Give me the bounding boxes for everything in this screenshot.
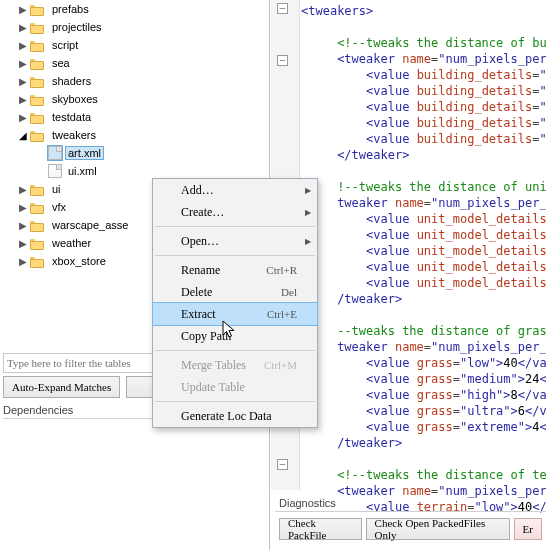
menu-add[interactable]: Add… bbox=[153, 179, 317, 201]
menu-create[interactable]: Create… bbox=[153, 201, 317, 223]
error-button[interactable]: Er bbox=[514, 518, 542, 540]
folder-icon bbox=[30, 75, 46, 88]
folder-icon bbox=[30, 219, 46, 232]
menu-open[interactable]: Open… bbox=[153, 230, 317, 252]
expand-icon[interactable]: ▶ bbox=[16, 220, 30, 231]
expand-icon[interactable]: ▶ bbox=[16, 40, 30, 51]
auto-expand-button[interactable]: Auto-Expand Matches bbox=[3, 376, 120, 398]
check-packfile-button[interactable]: Check PackFile bbox=[279, 518, 362, 540]
folder-icon bbox=[30, 57, 46, 70]
expand-icon[interactable]: ▶ bbox=[16, 76, 30, 87]
context-menu[interactable]: Add… Create… Open… RenameCtrl+R DeleteDe… bbox=[152, 178, 318, 428]
menu-copy-path[interactable]: Copy Path bbox=[153, 325, 317, 347]
tree-item[interactable]: ◢tweakers bbox=[0, 126, 262, 144]
fold-icon[interactable]: – bbox=[277, 3, 288, 14]
folder-icon bbox=[30, 255, 46, 268]
expand-icon[interactable]: ▶ bbox=[16, 184, 30, 195]
tree-item[interactable]: ▶testdata bbox=[0, 108, 262, 126]
menu-separator bbox=[155, 255, 315, 256]
folder-icon bbox=[30, 93, 46, 106]
folder-icon bbox=[30, 201, 46, 214]
expand-icon[interactable]: ▶ bbox=[16, 4, 30, 15]
tree-item-selected[interactable]: art.xml bbox=[0, 144, 262, 162]
expand-icon[interactable]: ▶ bbox=[16, 22, 30, 33]
folder-icon bbox=[30, 237, 46, 250]
menu-generate-loc-data[interactable]: Generate Loc Data bbox=[153, 405, 317, 427]
menu-merge-tables: Merge TablesCtrl+M bbox=[153, 354, 317, 376]
code-view[interactable]: <tweakers> <!--tweaks the distance of bu… bbox=[301, 3, 546, 515]
folder-icon bbox=[30, 183, 46, 196]
expand-icon[interactable]: ▶ bbox=[16, 112, 30, 123]
fold-icon[interactable]: – bbox=[277, 459, 288, 470]
expand-icon[interactable]: ▶ bbox=[16, 94, 30, 105]
tree-item[interactable]: ▶shaders bbox=[0, 72, 262, 90]
folder-icon bbox=[30, 3, 46, 16]
menu-rename[interactable]: RenameCtrl+R bbox=[153, 259, 317, 281]
expand-icon[interactable]: ▶ bbox=[16, 58, 30, 69]
menu-separator bbox=[155, 226, 315, 227]
menu-update-table: Update Table bbox=[153, 376, 317, 398]
menu-separator bbox=[155, 350, 315, 351]
folder-icon bbox=[30, 111, 46, 124]
expand-icon[interactable]: ▶ bbox=[16, 256, 30, 267]
folder-icon bbox=[30, 129, 46, 142]
tree-item[interactable]: ▶sea bbox=[0, 54, 262, 72]
file-icon bbox=[48, 146, 62, 160]
menu-delete[interactable]: DeleteDel bbox=[153, 281, 317, 303]
folder-icon bbox=[30, 21, 46, 34]
expand-icon[interactable]: ▶ bbox=[16, 238, 30, 249]
tree-item[interactable]: ▶prefabs bbox=[0, 0, 262, 18]
tree-item[interactable]: ▶projectiles bbox=[0, 18, 262, 36]
menu-extract[interactable]: ExtractCtrl+E bbox=[153, 303, 317, 325]
collapse-icon[interactable]: ◢ bbox=[16, 130, 30, 141]
tree-item[interactable]: ▶script bbox=[0, 36, 262, 54]
diagnostics-panel: Diagnostics Check PackFile Check Open Pa… bbox=[275, 495, 546, 546]
fold-icon[interactable]: – bbox=[277, 55, 288, 66]
folder-icon bbox=[30, 39, 46, 52]
file-icon bbox=[48, 164, 62, 178]
check-open-packedfiles-button[interactable]: Check Open PackedFiles Only bbox=[366, 518, 510, 540]
diagnostics-header: Diagnostics bbox=[275, 495, 546, 512]
menu-separator bbox=[155, 401, 315, 402]
tree-item[interactable]: ▶skyboxes bbox=[0, 90, 262, 108]
expand-icon[interactable]: ▶ bbox=[16, 202, 30, 213]
